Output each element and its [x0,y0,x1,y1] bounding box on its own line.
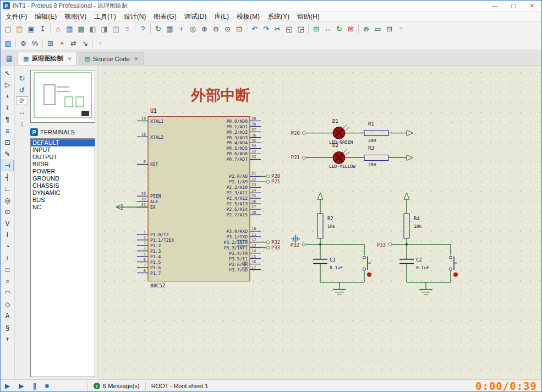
make-device-button[interactable]: ▭ [372,24,384,35]
selector-item-output[interactable]: OUTPUT [31,154,95,161]
wire-label-mode-tool[interactable]: ℓ [2,102,14,113]
center-view-button[interactable]: ◎ [187,24,199,35]
tab-close-icon[interactable]: ✕ [134,56,139,62]
message-count[interactable]: 6 Message(s) [103,383,140,389]
selector-item-bus[interactable]: BUS [31,197,95,204]
2d-path-mode-tool[interactable]: ◇ [2,298,14,310]
snap-toggle-button[interactable]: ▫ [95,37,106,48]
markers-mode-tool[interactable]: + [2,333,14,345]
component-mode-tool[interactable]: ▷ [2,79,14,90]
zoom-all-button[interactable]: ⊙ [222,24,233,35]
resistor-r3[interactable] [364,155,388,160]
selector-item-input[interactable]: INPUT [31,146,95,154]
menu-tool[interactable]: 工具(T) [90,12,119,22]
zoom-to-child-button[interactable]: ↘ [79,37,91,48]
pick-device-button[interactable]: ⊚ [360,24,372,35]
push-button-actuator[interactable] [367,273,371,277]
menu-debug[interactable]: 调试(D) [180,12,211,22]
resistor-r1[interactable] [364,130,388,136]
menu-design[interactable]: 设计(N) [120,12,150,22]
generator-mode-tool[interactable]: ⊙ [2,206,14,217]
refresh-component-list-button[interactable]: ▧ [2,37,14,48]
paste-button[interactable]: ◲ [295,24,306,35]
block-rotate-button[interactable]: ↻ [333,24,345,35]
play-button[interactable]: ▶ [5,382,10,390]
2d-line-mode-tool[interactable]: / [2,252,14,264]
device-pins-mode-tool[interactable]: ┤ [2,171,14,183]
import-project-button[interactable]: ↧ [37,24,48,35]
pcb-layout-button[interactable]: ▩ [75,24,87,35]
zoom-in-button[interactable]: ⊕ [199,24,210,35]
block-move-button[interactable]: ↔ [322,24,333,35]
selection-mode-tool[interactable]: ↖ [2,67,14,79]
messages-info-icon[interactable]: i [94,383,100,389]
selector-item-power[interactable]: POWER [31,168,95,175]
grid-toggle-button[interactable]: ▦ [164,24,176,35]
redo-button[interactable]: ↷ [260,24,272,35]
overview-panel[interactable] [30,70,95,123]
goto-sheet-button[interactable]: ⇄ [68,37,79,48]
close-button[interactable]: ✕ [523,1,541,11]
2d-text-mode-tool[interactable]: A [2,310,14,322]
bom-button[interactable]: ≡ [122,24,133,35]
buses-mode-tool[interactable]: ≡ [2,125,14,137]
remove-sheet-button[interactable]: × [56,37,68,48]
selector-item-bidir[interactable]: BIDIR [31,161,95,168]
schematic-canvas[interactable]: 外部中断U180C5219XTAL118XTAL29RST29PSEN30ALE… [97,66,541,379]
menu-graph[interactable]: 图表(G) [150,12,180,22]
maximize-button[interactable]: ▢ [504,1,523,11]
menu-library[interactable]: 库(L) [210,12,233,22]
selector-item-default[interactable]: DEFAULT [31,139,95,146]
current-probe-mode-tool[interactable]: I [2,229,14,241]
schematic-capture-button[interactable]: ▦ [64,24,75,35]
false-origin-button[interactable]: + [176,24,187,35]
redraw-button[interactable]: ↻ [152,24,164,35]
property-assignment-button[interactable]: % [29,37,41,48]
push-button-actuator[interactable] [453,273,458,277]
save-project-button[interactable]: ▣ [25,24,37,35]
packaging-tool-button[interactable]: ⊟ [384,24,395,35]
zoom-area-button[interactable]: ⊡ [233,24,245,35]
menu-template[interactable]: 模板(M) [233,12,264,22]
graph-mode-tool[interactable]: ∟ [2,183,14,194]
voltage-probe-mode-tool[interactable]: V [2,217,14,229]
terminal-circle[interactable] [302,243,305,246]
copy-button[interactable]: ◱ [283,24,295,35]
schematic-capture-icon[interactable]: ▦ [3,52,15,64]
instant-edit-mode-tool[interactable]: ✎ [2,148,14,160]
tab-schematic[interactable]: ▦原理图绘制✕ [18,52,77,65]
menu-system[interactable]: 系统(Y) [264,12,293,22]
zoom-out-button[interactable]: ⊖ [210,24,222,35]
terminal-circle[interactable] [266,180,270,183]
terminal-circle[interactable] [266,175,270,178]
terminal-circle[interactable] [266,246,270,249]
new-root-sheet-button[interactable]: ⊞ [45,37,56,48]
home-page-button[interactable]: ⌂ [52,24,64,35]
cut-button[interactable]: ✂ [272,24,283,35]
open-project-button[interactable]: ▤ [14,24,25,35]
schematic-editor[interactable]: 外部中断U180C5219XTAL118XTAL29RST29PSEN30ALE… [97,66,541,379]
text-script-mode-tool[interactable]: ¶ [2,113,14,125]
minimize-button[interactable]: — [485,1,504,11]
help-button[interactable]: ? [137,24,149,35]
terminal-circle[interactable] [302,132,305,135]
2d-arc-mode-tool[interactable]: ◠ [2,287,14,298]
menu-file[interactable]: 文件(F) [2,12,31,22]
design-explorer-button[interactable]: ◫ [110,24,122,35]
menu-edit[interactable]: 编辑(E) [31,12,61,22]
block-copy-button[interactable]: ⊞ [310,24,322,35]
gerber-viewer-button[interactable]: ◨ [98,24,110,35]
terminal-circle[interactable] [266,241,270,244]
2d-circle-mode-tool[interactable]: ○ [2,275,14,287]
step-button[interactable]: ▶ [19,382,24,390]
undo-button[interactable]: ↶ [249,24,260,35]
selector-item-nc[interactable]: NC [31,204,95,211]
tape-recorder-mode-tool[interactable]: ◎ [2,194,14,206]
search-components-button[interactable]: ⊚ [18,37,29,48]
mirror-vertical-button[interactable]: ↕ [17,118,28,128]
tab-close-icon[interactable]: ✕ [68,56,72,62]
terminal-circle[interactable] [302,156,305,159]
2d-box-mode-tool[interactable]: □ [2,264,14,275]
pause-button[interactable]: ∥ [32,382,36,390]
virtual-instruments-mode-tool[interactable]: ◔ [2,241,14,252]
